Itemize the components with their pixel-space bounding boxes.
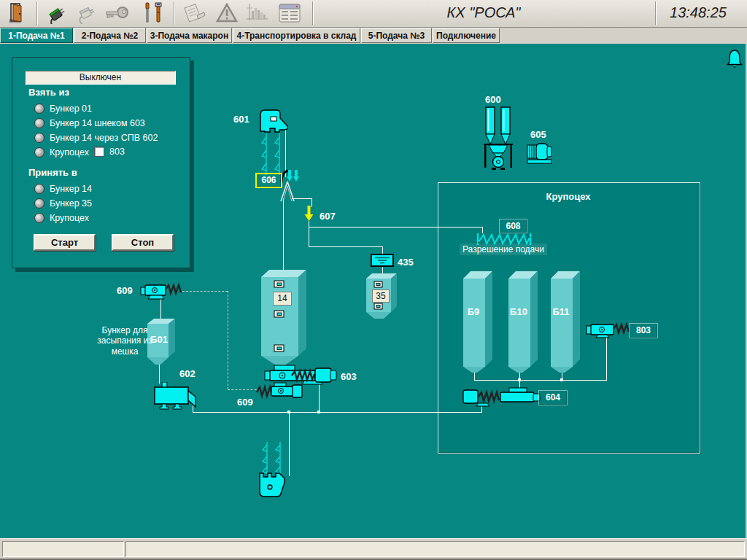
mimic-area: Крупоцех Выключен Взять из Бункер 01 Бун… [0, 44, 747, 538]
bunker-b11-label: Б11 [549, 306, 573, 317]
receive-to-heading: Принять в [28, 167, 77, 178]
label-606-indicator[interactable]: 606 [255, 173, 282, 188]
bunker-b11[interactable] [549, 268, 581, 378]
checkbox-803[interactable]: 803 [94, 147, 125, 157]
label-601: 601 [233, 114, 249, 125]
plug-connect-icon[interactable] [44, 1, 71, 25]
radio-bunker-35-to[interactable]: Бункер 35 [34, 198, 92, 209]
dashed-route-line [228, 291, 228, 389]
elevator-boot-legs [261, 442, 285, 477]
toolbar: КХ "РОСА" 13:48:25 [0, 0, 747, 28]
control-panel: Выключен Взять из Бункер 01 Бункер 14 шн… [12, 57, 190, 268]
clock-display: 13:48:25 [655, 4, 741, 21]
tab-podacha-3[interactable]: 5-Подача №3 [361, 28, 432, 43]
blower-605[interactable] [527, 139, 553, 168]
toolbar-separator [174, 1, 174, 25]
checkbox-icon [94, 147, 104, 157]
pipe-line [606, 338, 607, 381]
pipe-junction [560, 378, 563, 381]
mode-status-display: Выключен [25, 71, 176, 85]
radio-bunker-14-to[interactable]: Бункер 14 [34, 183, 92, 195]
radio-krupoceh-from[interactable]: Крупоцех [34, 147, 89, 158]
dashed-route-line [182, 291, 228, 292]
gate-valve-435[interactable] [371, 254, 394, 270]
label-605: 605 [530, 129, 546, 140]
screw-feeder-609-bottom[interactable] [255, 382, 303, 402]
stop-button[interactable]: Стоп [112, 234, 174, 251]
exit-door-icon[interactable] [4, 1, 32, 25]
pipe-line [193, 412, 482, 413]
bunker-14-value: 14 [273, 292, 292, 306]
label-603: 603 [341, 371, 357, 382]
pipe-line [309, 246, 382, 247]
pipe-junction [317, 411, 320, 413]
label-608: 608 [499, 219, 527, 233]
pipe-line [474, 380, 606, 381]
key-icon[interactable] [104, 1, 131, 25]
radio-icon [34, 118, 44, 128]
status-field-right [125, 541, 745, 557]
elevator-boot[interactable] [258, 472, 287, 502]
bunker-14[interactable] [260, 267, 308, 372]
screw-conveyor-604[interactable] [462, 387, 543, 411]
pipe-junction [287, 411, 290, 413]
elevator-601-head[interactable] [259, 109, 290, 136]
bunker-b10[interactable] [507, 268, 539, 378]
radio-krupoceh-to[interactable]: Крупоцех [34, 212, 89, 224]
radio-bunker-01[interactable]: Бункер 01 [34, 103, 92, 114]
blower-602[interactable] [153, 382, 197, 414]
label-600: 600 [485, 94, 501, 105]
tab-podacha-makaron[interactable]: 3-Подача макарон [147, 28, 232, 43]
alarm-bell-icon[interactable] [727, 50, 743, 71]
alarm-warning-icon[interactable] [213, 1, 241, 25]
label-602: 602 [179, 368, 196, 379]
plug-disconnect-icon[interactable] [73, 1, 101, 25]
toolbar-separator [36, 1, 37, 25]
tab-bar: 1-Подача №1 2-Подача №2 3-Подача макарон… [0, 28, 747, 44]
bunker-b9[interactable] [462, 268, 494, 378]
permission-label: Разрешение подачи [460, 244, 547, 255]
flow-direction-arrow-607 [304, 206, 314, 225]
pipe-line [289, 412, 290, 476]
radio-icon [34, 104, 44, 114]
radio-icon [34, 184, 44, 194]
status-bar [0, 538, 747, 560]
radio-icon [34, 198, 44, 209]
label-604: 604 [538, 390, 568, 405]
status-field-left [2, 541, 124, 557]
pipe-line [309, 221, 309, 246]
bunker-b10-label: Б10 [507, 306, 530, 317]
radio-bunker-14-spv-602[interactable]: Бункер 14 через СПВ 602 [34, 132, 158, 144]
bunker-35-value: 35 [372, 289, 390, 303]
label-435: 435 [398, 257, 414, 268]
tab-podkluchenie[interactable]: Подключение [433, 28, 500, 43]
tab-podacha-2[interactable]: 2-Подача №2 [74, 28, 146, 43]
screw-feeder-609-top[interactable] [140, 283, 187, 305]
data-table-icon[interactable] [276, 1, 303, 25]
bag-bunker-label: Бункер для засыпания из мешка [92, 325, 158, 357]
krupoceh-title: Крупоцех [438, 191, 699, 202]
cyclone-filter-600[interactable] [484, 106, 513, 174]
label-607: 607 [320, 211, 336, 222]
label-609-top: 609 [117, 285, 133, 296]
radio-bunker-14-shnek-603[interactable]: Бункер 14 шнеком 603 [34, 117, 145, 129]
screw-feeder-803[interactable] [586, 322, 631, 343]
pipe-line [283, 198, 284, 270]
app-title: КХ "РОСА" [312, 4, 655, 21]
pipe-line [309, 227, 482, 228]
radio-icon [34, 133, 44, 143]
take-from-heading: Взять из [28, 87, 69, 98]
tab-podacha-1[interactable]: 1-Подача №1 [0, 28, 73, 43]
radio-icon [34, 147, 44, 158]
bunker-b9-label: Б9 [462, 306, 484, 317]
report-form-icon[interactable] [181, 1, 209, 25]
tools-icon[interactable] [139, 1, 166, 25]
label-609-bottom: 609 [237, 397, 253, 408]
tab-transportirovka[interactable]: 4-Транспортировка в склад [233, 28, 360, 43]
radio-icon [34, 213, 44, 223]
trend-chart-icon[interactable] [244, 1, 271, 25]
label-803: 803 [629, 323, 658, 338]
start-button[interactable]: Старт [34, 234, 96, 251]
